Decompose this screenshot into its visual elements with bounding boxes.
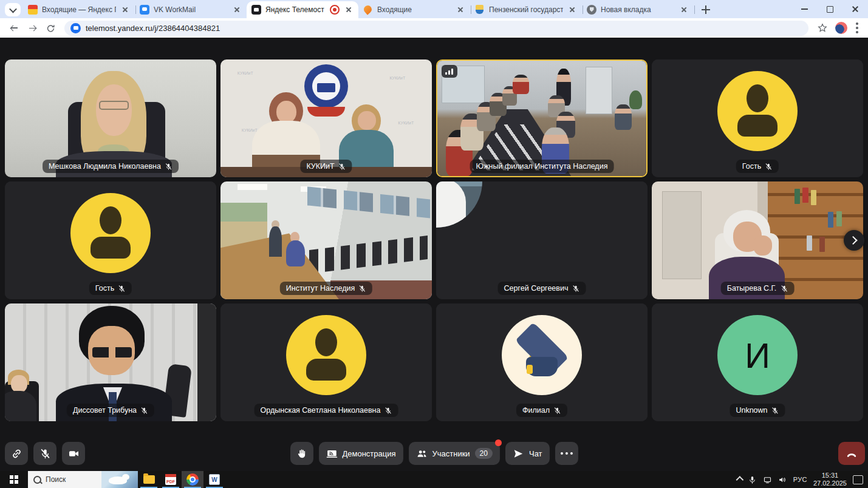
taskbar-word[interactable]: W xyxy=(203,471,225,488)
participant-name: Южный филиал Института Наследия xyxy=(476,162,608,171)
participants-button[interactable]: Участники 20 xyxy=(409,442,500,465)
profile-avatar[interactable] xyxy=(835,22,847,34)
address-bar[interactable]: telemost.yandex.ru/j/23864404384821 xyxy=(64,21,808,36)
banner-watermark: КУКИиТ xyxy=(389,76,405,80)
mic-muted-icon xyxy=(118,285,126,293)
forward-button[interactable] xyxy=(24,20,40,36)
participant-tile[interactable]: Сергей Сергеевич xyxy=(436,181,648,299)
graduation-cap-icon xyxy=(527,365,533,374)
reload-button[interactable] xyxy=(43,20,58,36)
participant-tile[interactable]: И Unknown xyxy=(652,303,863,421)
tab-inbox[interactable]: Входящие xyxy=(358,1,470,18)
scene-person xyxy=(615,104,632,130)
window-controls xyxy=(791,0,868,18)
tray-expand-icon[interactable] xyxy=(736,476,743,484)
taskbar-pdf-app[interactable]: PDF xyxy=(160,471,182,488)
video-feed xyxy=(437,61,646,176)
mic-muted-icon xyxy=(140,407,148,415)
participant-tile[interactable]: Мешкова Людмила Николаевна xyxy=(5,59,216,177)
taskbar-search[interactable]: Поиск xyxy=(28,471,138,488)
folder-icon xyxy=(143,475,155,484)
participant-tile[interactable]: Гость xyxy=(652,59,863,177)
tab-telemost-active[interactable]: Яндекс Телемост xyxy=(247,1,358,18)
start-button[interactable] xyxy=(0,471,28,488)
more-options-button[interactable] xyxy=(555,442,578,465)
scene-shape xyxy=(819,237,825,252)
copy-link-button[interactable] xyxy=(5,442,28,465)
emblem-favicon xyxy=(476,5,484,14)
mic-muted-icon xyxy=(572,285,579,293)
letter-avatar: И xyxy=(717,315,798,395)
mic-muted-icon xyxy=(358,285,366,293)
end-call-button[interactable] xyxy=(838,442,865,465)
restore-button[interactable] xyxy=(817,0,842,18)
chat-button[interactable]: Чат xyxy=(505,442,550,465)
tab-close-button[interactable] xyxy=(456,5,465,15)
link-icon xyxy=(11,448,22,459)
tab-yandex-mail[interactable]: Входящие — Яндекс Почта xyxy=(23,1,135,18)
chat-label: Чат xyxy=(529,449,542,458)
network-quality-icon xyxy=(442,65,457,78)
back-icon xyxy=(11,25,18,32)
tab-close-button[interactable] xyxy=(567,5,577,15)
tray-mic-icon[interactable] xyxy=(748,475,757,484)
flame-favicon xyxy=(362,4,373,15)
restore-icon xyxy=(827,6,833,13)
minimize-button[interactable] xyxy=(791,0,817,18)
participant-tile[interactable]: Батырева С.Г. xyxy=(652,181,863,299)
scene-shape xyxy=(753,236,772,256)
forward-icon xyxy=(29,25,36,32)
raise-hand-button[interactable] xyxy=(290,442,313,465)
pdf-icon: PDF xyxy=(165,474,176,485)
scene-shape xyxy=(795,189,800,204)
person-silhouette-icon xyxy=(306,359,346,381)
person-silhouette-icon xyxy=(100,206,121,234)
person-silhouette-icon xyxy=(747,84,768,112)
participant-tile[interactable]: Диссовет Трибуна xyxy=(5,303,216,421)
share-screen-button[interactable]: Демонстрация xyxy=(318,442,403,465)
taskbar-chrome[interactable] xyxy=(182,471,203,488)
microphone-toggle-button[interactable] xyxy=(33,442,56,465)
windows-taskbar: Поиск PDF W РУС 15:31 27.02.2025 xyxy=(0,471,868,488)
participant-tile[interactable]: Филиал xyxy=(436,303,648,421)
yandex-mail-favicon xyxy=(28,5,38,15)
taskbar-file-explorer[interactable] xyxy=(138,471,160,488)
tab-vk-workmail[interactable]: VK WorkMail xyxy=(135,1,247,18)
tab-penza-university[interactable]: Пензенский государственный xyxy=(470,1,582,18)
next-page-button[interactable] xyxy=(844,230,864,251)
chrome-icon xyxy=(186,473,199,486)
participant-tile[interactable]: Институт Наследия xyxy=(220,181,432,299)
action-center-icon[interactable] xyxy=(853,475,863,484)
guest-avatar xyxy=(717,71,798,151)
participant-tile[interactable]: Гость xyxy=(5,181,216,299)
taskbar-clock[interactable]: 15:31 27.02.2025 xyxy=(813,472,847,487)
avatar-letter: И xyxy=(745,335,770,376)
back-button[interactable] xyxy=(6,20,22,36)
browser-menu-button[interactable] xyxy=(856,22,858,33)
participant-nameplate: Гость xyxy=(89,282,132,295)
system-tray: РУС 15:31 27.02.2025 xyxy=(736,471,868,488)
participant-tile-active-speaker[interactable]: Южный филиал Института Наследия xyxy=(436,59,648,177)
close-button[interactable] xyxy=(842,0,868,18)
scene-shape xyxy=(662,191,702,280)
tab-close-button[interactable] xyxy=(232,5,242,15)
scene-shape xyxy=(317,83,335,92)
bookmark-button[interactable] xyxy=(815,20,830,36)
new-tab-button[interactable] xyxy=(699,2,713,17)
scene-shape xyxy=(197,303,216,421)
scene-shape xyxy=(238,184,267,190)
vk-workmail-favicon xyxy=(140,5,149,15)
language-indicator[interactable]: РУС xyxy=(793,476,807,483)
participant-tile[interactable]: Ордынская Светлана Николаевна xyxy=(220,303,432,421)
tray-network-icon[interactable] xyxy=(763,475,772,484)
tray-volume-icon[interactable] xyxy=(778,475,787,484)
tab-close-button[interactable] xyxy=(344,5,354,15)
tab-search-button[interactable] xyxy=(5,3,21,16)
tab-new-tab[interactable]: Новая вкладка xyxy=(582,1,694,18)
chevron-down-icon xyxy=(9,5,17,13)
tab-close-button[interactable] xyxy=(120,5,130,15)
participant-tile[interactable]: КУКИиТ КУКИиТ КУКИиТ КУКИиТ КУКИиТ xyxy=(220,59,432,177)
tab-close-button[interactable] xyxy=(679,5,689,15)
camera-toggle-button[interactable] xyxy=(62,442,85,465)
profile-photo xyxy=(436,181,482,228)
